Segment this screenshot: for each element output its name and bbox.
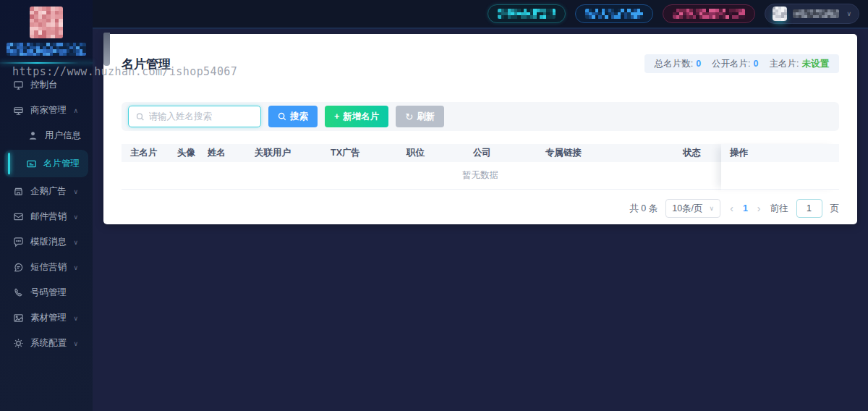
- topbar-button-3[interactable]: [663, 4, 755, 23]
- fixed-column-body: [721, 162, 839, 190]
- search-input-wrapper: [128, 106, 261, 127]
- chevron-down-icon: ∨: [73, 239, 78, 246]
- sidebar-item-material-management[interactable]: 素材管理 ∨: [0, 305, 93, 331]
- column-header-position: 职位: [398, 147, 464, 159]
- sidebar-item-sms-marketing[interactable]: 短信营销 ∨: [0, 255, 93, 280]
- sidebar-item-label: 名片管理: [43, 158, 80, 170]
- merchant-icon: [13, 105, 24, 116]
- main-content: 名片管理 总名片数: 0 公开名片: 0 主名片: 未设置: [93, 29, 868, 411]
- sidebar-item-template-message[interactable]: 模版消息 ∨: [0, 229, 93, 255]
- search-button[interactable]: 搜索: [268, 106, 318, 127]
- column-header-exclusive-link: 专属链接: [537, 147, 674, 159]
- toolbar: 搜索 + 新增名片 ↻ 刷新: [122, 102, 839, 131]
- username-censored: [793, 9, 839, 18]
- search-input[interactable]: [149, 111, 253, 122]
- goto-page-input[interactable]: [797, 200, 822, 217]
- monitor-icon: [13, 80, 24, 90]
- sidebar-item-email-marketing[interactable]: 邮件营销 ∨: [0, 204, 93, 229]
- sms-icon: [13, 262, 24, 273]
- column-header-name: 姓名: [199, 147, 246, 159]
- goto-page-input-wrapper: [796, 199, 822, 218]
- refresh-icon: ↻: [405, 111, 413, 122]
- column-header-main-card: 主名片: [122, 147, 169, 159]
- phone-icon: [13, 287, 24, 298]
- page-unit-label: 页: [830, 203, 840, 215]
- prev-page-button[interactable]: ‹: [728, 203, 735, 214]
- gear-icon: [13, 338, 24, 349]
- search-icon: [278, 112, 286, 121]
- sidebar-item-penguin-ads[interactable]: 企鹅广告 ∨: [0, 179, 93, 204]
- stat-main-card: 主名片: 未设置: [770, 58, 829, 70]
- sidebar-item-label: 用户信息: [45, 130, 81, 142]
- search-icon: [136, 112, 145, 122]
- image-icon: [13, 313, 24, 323]
- add-card-button-label: 新增名片: [343, 111, 379, 123]
- template-message-icon: [13, 237, 24, 247]
- refresh-button-label: 刷新: [417, 111, 435, 123]
- plus-icon: +: [334, 111, 339, 122]
- chevron-down-icon: ∨: [73, 315, 78, 322]
- sidebar-item-system-config[interactable]: 系统配置 ∨: [0, 331, 93, 356]
- stat-label: 主名片:: [770, 58, 799, 70]
- search-button-label: 搜索: [290, 111, 308, 123]
- chevron-down-icon: ∨: [73, 213, 78, 221]
- goto-label: 前往: [770, 203, 788, 215]
- topbar-button-1[interactable]: [488, 4, 566, 23]
- sidebar: 控制台 商家管理 ∧ 用户信息 名片管理 企鹅广告 ∨: [0, 0, 93, 411]
- sidebar-item-label: 模版消息: [30, 236, 67, 248]
- sidebar-item-number-management[interactable]: 号码管理: [0, 280, 93, 305]
- topbar-button-2[interactable]: [575, 4, 653, 23]
- card-header: 名片管理 总名片数: 0 公开名片: 0 主名片: 未设置: [103, 34, 857, 73]
- stats-summary: 总名片数: 0 公开名片: 0 主名片: 未设置: [644, 54, 839, 73]
- sidebar-divider: [0, 62, 93, 64]
- sidebar-menu: 控制台 商家管理 ∧ 用户信息 名片管理 企鹅广告 ∨: [0, 72, 93, 356]
- sidebar-item-user-info[interactable]: 用户信息: [0, 123, 93, 148]
- add-card-button[interactable]: + 新增名片: [325, 106, 388, 127]
- column-header-actions: 操作: [721, 144, 839, 162]
- next-page-button[interactable]: ›: [756, 203, 762, 214]
- page-size-select[interactable]: 10条/页 ∨: [665, 199, 720, 218]
- refresh-button[interactable]: ↻ 刷新: [396, 106, 444, 127]
- scrollbar-thumb-artifact: [103, 33, 110, 66]
- stat-label: 总名片数:: [655, 58, 693, 70]
- sidebar-item-merchant-management[interactable]: 商家管理 ∧: [0, 98, 93, 123]
- chevron-down-icon: ∨: [846, 10, 851, 17]
- avatar: [773, 7, 787, 21]
- column-header-avatar: 头像: [169, 147, 199, 159]
- pagination-total: 共 0 条: [629, 203, 658, 215]
- sidebar-item-card-management[interactable]: 名片管理: [4, 150, 88, 177]
- app-brand-name: [7, 43, 86, 56]
- stat-value: 0: [754, 59, 759, 69]
- sidebar-item-console[interactable]: 控制台: [0, 72, 93, 98]
- user-icon: [27, 130, 38, 141]
- sidebar-item-label: 素材管理: [30, 312, 67, 324]
- sidebar-item-label: 企鹅广告: [30, 185, 67, 198]
- sidebar-item-label: 系统配置: [30, 337, 67, 349]
- ad-icon: [13, 186, 24, 197]
- card-management-panel: 名片管理 总名片数: 0 公开名片: 0 主名片: 未设置: [103, 34, 857, 224]
- pagination: 共 0 条 10条/页 ∨ ‹ 1 › 前往 页: [122, 199, 839, 218]
- sidebar-item-label: 短信营销: [30, 261, 67, 274]
- topbar: ∨: [93, 0, 868, 29]
- cards-table: 主名片 头像 姓名 关联用户 TX广告 职位 公司 专属链接 状态 创 暂无数据…: [122, 144, 839, 190]
- column-header-company: 公司: [464, 147, 537, 159]
- stat-total-cards: 总名片数: 0: [655, 58, 701, 70]
- page-size-value: 10条/页: [672, 203, 702, 215]
- page-title: 名片管理: [122, 56, 171, 72]
- chevron-down-icon: ∨: [73, 264, 78, 271]
- sidebar-item-label: 商家管理: [30, 104, 67, 116]
- sidebar-item-label: 邮件营销: [30, 211, 67, 223]
- sidebar-item-label: 号码管理: [30, 287, 67, 299]
- chevron-down-icon: ∨: [73, 188, 78, 195]
- censored-text-block: [585, 9, 643, 19]
- stat-value: 0: [696, 59, 701, 69]
- card-icon: [26, 158, 37, 169]
- censored-text-block: [673, 9, 745, 19]
- column-header-status: 状态: [674, 147, 718, 159]
- stat-value: 未设置: [802, 58, 830, 70]
- page-number-1[interactable]: 1: [743, 203, 748, 213]
- stat-public-cards: 公开名片: 0: [712, 58, 758, 70]
- column-header-tx-ads: TX广告: [322, 147, 398, 159]
- chevron-up-icon: ∧: [73, 107, 78, 114]
- user-menu[interactable]: ∨: [765, 4, 859, 24]
